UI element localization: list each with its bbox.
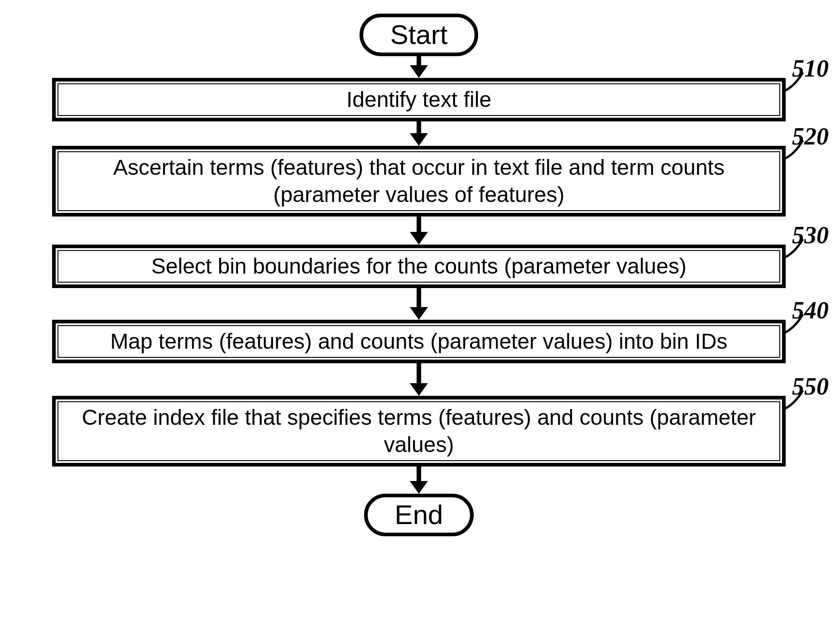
process-box: Map terms (features) and counts (paramet… xyxy=(52,320,786,363)
process-step-550: 550 Create index file that specifies ter… xyxy=(52,396,786,467)
ref-label: 520 xyxy=(792,122,829,150)
ref-label: 510 xyxy=(792,54,829,82)
start-terminator: Start xyxy=(360,14,479,56)
process-text: Select bin boundaries for the counts (pa… xyxy=(151,254,686,278)
process-step-510: 510 Identify text file xyxy=(52,78,786,121)
process-text: Ascertain terms (features) that occur in… xyxy=(113,155,725,207)
process-step-530: 530 Select bin boundaries for the counts… xyxy=(52,245,786,288)
flowchart-container: Start 510 Identify text file 520 Ascerta… xyxy=(27,14,811,536)
process-step-540: 540 Map terms (features) and counts (par… xyxy=(52,320,786,363)
ref-label: 550 xyxy=(792,372,829,400)
start-label: Start xyxy=(390,19,448,50)
process-box: Create index file that specifies terms (… xyxy=(52,396,786,467)
ref-label: 530 xyxy=(792,221,829,249)
ref-label: 540 xyxy=(792,296,829,324)
process-text: Identify text file xyxy=(346,87,491,111)
process-step-520: 520 Ascertain terms (features) that occu… xyxy=(52,146,786,216)
process-box: Identify text file xyxy=(52,78,786,121)
process-text: Map terms (features) and counts (paramet… xyxy=(110,329,727,353)
process-text: Create index file that specifies terms (… xyxy=(82,405,756,457)
process-box: Select bin boundaries for the counts (pa… xyxy=(52,245,786,288)
end-label: End xyxy=(395,500,443,530)
process-box: Ascertain terms (features) that occur in… xyxy=(52,146,786,216)
end-terminator: End xyxy=(364,494,474,536)
